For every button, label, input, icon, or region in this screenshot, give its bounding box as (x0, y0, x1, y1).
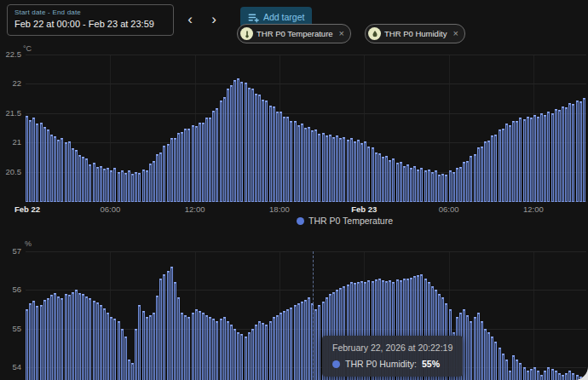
bar (572, 373, 574, 380)
bar (142, 311, 145, 380)
bar (223, 317, 226, 380)
bar (202, 313, 205, 380)
bar (491, 337, 493, 380)
bar (192, 313, 194, 380)
bar (318, 305, 320, 380)
bar (72, 292, 74, 380)
monitoring-dashboard: Start date - End date Feb 22 at 00:00 - … (0, 0, 588, 380)
bar (93, 301, 95, 380)
bar (113, 319, 116, 380)
bar (212, 319, 215, 380)
bar (163, 274, 165, 380)
bar (205, 315, 208, 380)
bar (227, 321, 229, 380)
bar (68, 295, 71, 380)
y-axis-label: 54 (0, 362, 21, 371)
bar (527, 371, 529, 380)
bar (128, 360, 130, 380)
y-axis-label: 55 (0, 324, 21, 333)
tooltip-timestamp: February 22, 2026 at 20:22:19 (332, 343, 453, 353)
crosshair-line (313, 251, 314, 380)
bar (286, 309, 289, 380)
bar (290, 308, 292, 380)
bar (32, 301, 35, 380)
chart-tooltip: February 22, 2026 at 20:22:19 THR P0 Hum… (322, 336, 463, 377)
bar (477, 313, 480, 380)
bar (50, 295, 53, 380)
bar (294, 305, 297, 380)
bar (540, 375, 543, 380)
bar (85, 297, 88, 380)
bar (565, 373, 568, 380)
bar (26, 309, 28, 380)
y-axis-label: 57 (0, 246, 21, 256)
bar (537, 371, 539, 380)
bar (512, 355, 515, 380)
tooltip-value: 55% (422, 359, 440, 369)
bar (555, 371, 557, 380)
bar (516, 360, 518, 380)
bar (470, 321, 472, 380)
bar (484, 329, 487, 380)
bar (135, 329, 137, 380)
y-axis-label: 56 (0, 285, 21, 294)
bar (579, 377, 582, 380)
bar (487, 332, 490, 380)
bar (124, 337, 127, 380)
bar (251, 329, 254, 380)
bar (184, 315, 187, 380)
bar (240, 334, 243, 380)
bar (568, 371, 571, 380)
bar (562, 375, 564, 380)
bar (61, 298, 63, 380)
bar (177, 297, 180, 380)
y-axis-unit-percent: % (25, 239, 32, 248)
bar (65, 294, 67, 380)
bar (551, 369, 554, 380)
bar (131, 363, 134, 380)
bar (82, 294, 84, 380)
bar (283, 311, 285, 380)
bar (245, 337, 247, 380)
bar (187, 317, 190, 380)
bar (463, 309, 465, 380)
bar (29, 303, 32, 380)
bar (100, 305, 102, 380)
bar (78, 293, 81, 380)
bar (530, 369, 533, 380)
bar (220, 319, 222, 380)
bar (199, 311, 201, 380)
bar (308, 297, 310, 380)
bar (110, 317, 112, 380)
bar (314, 309, 317, 380)
bar (156, 296, 159, 380)
bar (107, 313, 109, 380)
bar (138, 305, 141, 380)
tooltip-series-name: THR P0 Humidity: (345, 359, 417, 369)
bar (481, 321, 483, 380)
bar (509, 371, 511, 380)
bar (195, 309, 198, 380)
bar (170, 267, 173, 380)
bar (43, 300, 46, 380)
bar (262, 323, 264, 380)
bar (159, 279, 162, 380)
bar (301, 302, 303, 380)
bar (255, 325, 257, 380)
bar (121, 329, 124, 380)
humidity-chart-plot[interactable]: % 57565554 (0, 0, 588, 380)
bar (103, 308, 106, 380)
bar (75, 290, 78, 380)
bar (40, 305, 43, 380)
bar (544, 371, 546, 380)
bar (265, 325, 268, 380)
bar (233, 329, 236, 380)
bar (174, 282, 176, 380)
bar (519, 363, 522, 380)
bar (216, 321, 218, 380)
bar (146, 317, 148, 380)
bar (276, 315, 279, 380)
bar (167, 271, 170, 380)
bar (57, 297, 60, 380)
bar (280, 313, 282, 380)
